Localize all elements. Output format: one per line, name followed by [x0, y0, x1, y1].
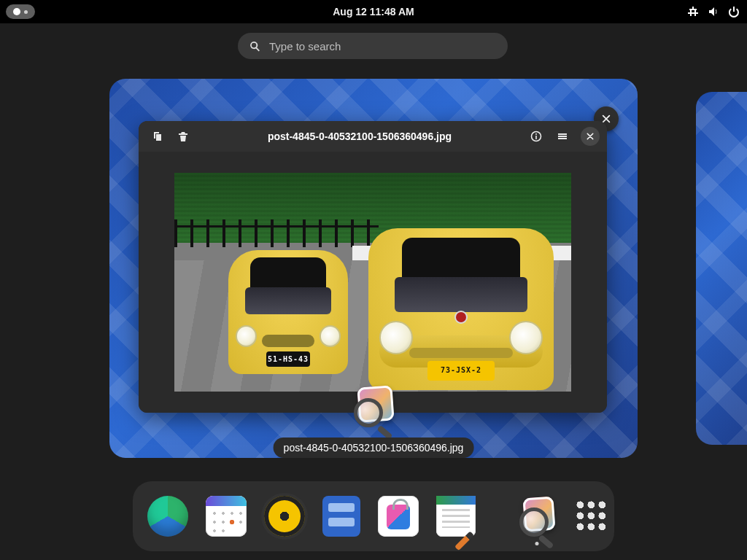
- dash: [133, 481, 614, 551]
- license-plate-left: 51-HS-43: [266, 351, 309, 366]
- license-plate-right: 73-JSX-2: [427, 361, 494, 381]
- trash-icon: [177, 131, 189, 142]
- text-editor-icon: [436, 496, 476, 537]
- dash-app-music[interactable]: [264, 494, 305, 538]
- dash-show-apps[interactable]: [575, 494, 608, 538]
- music-icon: [264, 496, 305, 537]
- top-bar: Aug 12 11:48 AM: [0, 0, 747, 23]
- activities-button[interactable]: [6, 4, 35, 19]
- overview-search[interactable]: [238, 33, 508, 59]
- workspace-thumbnail-next[interactable]: [696, 92, 747, 445]
- dash-app-software[interactable]: [378, 494, 419, 538]
- volume-icon: [708, 6, 719, 18]
- power-icon: [728, 6, 740, 18]
- dash-app-image-viewer[interactable]: [516, 494, 557, 538]
- menu-button[interactable]: [551, 125, 573, 147]
- dash-app-files[interactable]: [322, 494, 360, 538]
- network-icon: [687, 6, 699, 18]
- svg-rect-1: [535, 136, 537, 139]
- photo-content: 51-HS-43 73-JSX-2: [174, 173, 571, 392]
- copy-button[interactable]: [146, 125, 168, 147]
- workspace-thumbnail[interactable]: post-4845-0-40532100-1506360496.jpg: [109, 79, 638, 458]
- search-icon: [249, 41, 260, 52]
- clock[interactable]: Aug 12 11:48 AM: [333, 6, 414, 18]
- system-status-area[interactable]: [687, 0, 740, 23]
- close-icon: [586, 132, 595, 141]
- app-grid-icon: [575, 499, 608, 533]
- dash-app-web[interactable]: [147, 494, 188, 538]
- image-viewer-icon: [516, 496, 557, 537]
- web-browser-icon: [147, 496, 188, 537]
- image-canvas[interactable]: 51-HS-43 73-JSX-2: [139, 152, 607, 413]
- calendar-icon: [206, 496, 247, 537]
- window-caption: post-4845-0-40532100-1506360496.jpg: [274, 438, 474, 458]
- window-close-button[interactable]: [581, 127, 600, 146]
- window-titlebar: post-4845-0-40532100-1506360496.jpg: [139, 121, 607, 152]
- car-right: 73-JSX-2: [368, 228, 554, 390]
- software-icon: [378, 496, 419, 537]
- trash-button[interactable]: [172, 125, 194, 147]
- dash-app-text-editor[interactable]: [436, 494, 476, 538]
- image-viewer-icon: [351, 384, 396, 429]
- svg-rect-2: [535, 133, 537, 135]
- dash-app-calendar[interactable]: [206, 494, 247, 538]
- properties-button[interactable]: [525, 125, 547, 147]
- files-icon: [322, 496, 360, 537]
- hamburger-icon: [557, 131, 568, 142]
- window-app-icon: [351, 384, 396, 429]
- info-icon: [530, 131, 542, 142]
- window-title: post-4845-0-40532100-1506360496.jpg: [198, 131, 521, 142]
- car-left: 51-HS-43: [228, 250, 348, 374]
- image-viewer-window[interactable]: post-4845-0-40532100-1506360496.jpg: [139, 121, 607, 413]
- copy-icon: [151, 131, 163, 142]
- search-input[interactable]: [269, 40, 496, 52]
